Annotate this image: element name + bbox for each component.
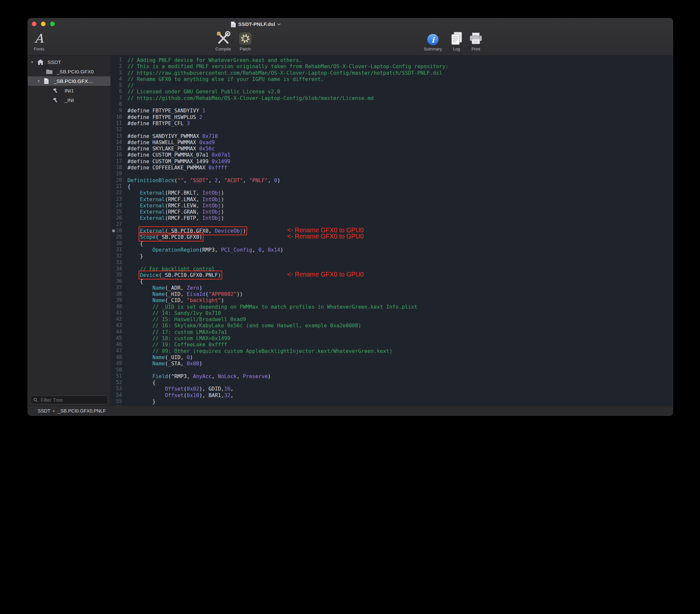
pages-icon — [450, 30, 463, 46]
line-number: 29 — [111, 234, 124, 240]
line-number: 54 — [111, 392, 124, 398]
code-line: // — [127, 82, 673, 88]
breadcrumb-path: _SB.PCI0.GFX0.PNLF — [58, 408, 106, 413]
file-tree: ▼ SSDT _SB.PCI0.GFX0 ▼ — [28, 56, 110, 105]
code-line: // Rename GFX0 to anything else if your … — [127, 76, 673, 82]
window-title: SSDT-PNLF.dsl — [238, 21, 275, 27]
code-line: External(RMCF.LMAX, IntObj) — [127, 196, 673, 202]
code-line: Offset(0x02), GDID,16, — [127, 386, 673, 392]
tree-item-label: SSDT — [48, 59, 61, 65]
line-number: 25 — [111, 209, 124, 215]
line-number: 52 — [111, 379, 124, 386]
chevron-down-icon[interactable] — [277, 23, 281, 26]
tree-item-ini[interactable]: _INI — [28, 95, 110, 105]
log-button[interactable]: Log — [448, 30, 465, 51]
line-number: 5 — [111, 82, 124, 88]
filter-tree-input[interactable] — [40, 397, 105, 403]
minimize-button[interactable] — [41, 22, 46, 26]
line-number: 53 — [111, 386, 124, 392]
breadcrumb-root: SSDT — [38, 408, 50, 413]
serif-a-icon: A — [35, 32, 43, 45]
disclosure-triangle-icon[interactable]: ▼ — [36, 79, 41, 83]
code-line: // 15: Haswell/Broadwell 0xad9 — [127, 316, 673, 322]
code-line: { — [127, 240, 673, 247]
code-line: DefinitionBlock("", "SSDT", 2, "ACDT", "… — [127, 177, 673, 184]
line-number: 42 — [111, 316, 124, 322]
tree-item-ini1[interactable]: INI1 — [28, 86, 110, 95]
code-line — [127, 367, 673, 373]
line-number: 8 — [111, 101, 124, 108]
tree-item-ssdt[interactable]: ▼ SSDT — [28, 57, 110, 67]
window-chrome: SSDT-PNLF.dsl A Fonts — [28, 18, 673, 56]
compile-label: Compile — [215, 47, 231, 51]
line-number: 35 — [111, 272, 124, 278]
line-number: 23 — [111, 196, 124, 202]
line-number: 43 — [111, 322, 124, 329]
tree-item-label: _SB.PCI0.GFX… — [54, 78, 93, 84]
red-annotation-text: <- Rename GFX0 to GPU0 — [287, 233, 364, 239]
tree-item-gfx0-folder[interactable]: _SB.PCI0.GFX0 — [28, 67, 110, 76]
code-line: { — [127, 379, 673, 386]
traffic-lights — [32, 22, 55, 26]
code-content: // Adding PNLF device for WhateverGreen.… — [125, 56, 673, 405]
code-line — [127, 405, 673, 405]
line-number: 22 — [111, 190, 124, 196]
code-line: External(RMCF.FBTP, IntObj) — [127, 215, 673, 221]
line-number: 12 — [111, 126, 124, 133]
close-button[interactable] — [32, 22, 36, 26]
line-number: 45 — [111, 335, 124, 341]
code-line: #define CUSTOM_PWMMAX_07a1 0x07a1 — [127, 152, 673, 158]
line-number: 7 — [111, 95, 124, 101]
line-number-gutter: 1234567891011121314151617181920212223242… — [111, 56, 125, 405]
code-line: #define FBTYPE_HSWPLUS 2 — [127, 114, 673, 120]
print-button[interactable]: Print — [467, 30, 484, 51]
code-line: #define SKYLAKE_PWMMAX 0x56c — [127, 146, 673, 152]
line-number: 20 — [111, 177, 124, 184]
line-number: 3 — [111, 70, 124, 76]
line-number: 34 — [111, 266, 124, 272]
filter-tree-field[interactable] — [30, 396, 108, 404]
search-icon — [34, 398, 38, 402]
tree-item-label: _SB.PCI0.GFX0 — [57, 69, 94, 75]
code-line — [127, 101, 673, 108]
code-line — [127, 171, 673, 177]
breadcrumb-separator: ▸ — [53, 408, 55, 413]
tree-item-label: INI1 — [65, 88, 74, 94]
code-line: // For backlight control — [127, 266, 673, 272]
document-proxy-icon[interactable] — [231, 21, 236, 27]
tree-item-gfx0-pnlf[interactable]: ▼ _SB.PCI0.GFX… — [28, 76, 110, 86]
line-number: 46 — [111, 341, 124, 348]
summary-button[interactable]: i Summary — [420, 30, 446, 51]
code-line: #define SANDYIVY_PWMMAX 0x710 — [127, 133, 673, 139]
gear-square-icon — [239, 30, 252, 46]
zoom-button[interactable] — [50, 22, 55, 26]
fonts-button[interactable]: A Fonts — [29, 30, 49, 51]
line-number: 50 — [111, 367, 124, 373]
titlebar-title-group: SSDT-PNLF.dsl — [231, 21, 281, 28]
compile-button[interactable]: Compile — [211, 30, 235, 51]
code-line: Field(^RMP3, AnyAcc, NoLock, Preserve) — [127, 373, 673, 379]
code-line: // https://github.com/RehabMan/OS-X-Clov… — [127, 95, 673, 101]
patch-button[interactable]: Patch — [235, 30, 255, 51]
red-highlight-box: Device(_SB.PCI0.GFX0.PNLF) — [140, 272, 221, 278]
code-line: Name(_STA, 0x0B) — [127, 360, 673, 367]
red-highlight-box: External(_SB.PCI0.GFX0, DeviceObj) — [140, 228, 246, 234]
line-number: 16 — [111, 152, 124, 158]
line-number: 11 — [111, 120, 124, 126]
gutter-marker-dot — [112, 229, 115, 232]
toolbar: A Fonts Compile — [28, 30, 673, 55]
red-annotation-text: <- Rename GFX0 to GPU0 — [287, 271, 364, 277]
method-icon — [53, 88, 58, 93]
line-number: 14 — [111, 139, 124, 146]
code-line: OperationRegion(RMP3, PCI_Config, 0, 0x1… — [127, 247, 673, 253]
code-line: // 16: Skylake/KabyLake 0x56c (and some … — [127, 322, 673, 329]
line-number: 33 — [111, 260, 124, 266]
code-line: #define FBTYPE_SANDYIVY 1 — [127, 108, 673, 114]
code-editor[interactable]: 1234567891011121314151617181920212223242… — [111, 56, 673, 405]
line-number: 41 — [111, 310, 124, 316]
summary-label: Summary — [424, 47, 442, 51]
status-bar: SSDT ▸ _SB.PCI0.GFX0.PNLF — [28, 405, 673, 415]
disclosure-triangle-icon[interactable]: ▼ — [30, 60, 34, 64]
app-window: SSDT-PNLF.dsl A Fonts — [27, 18, 673, 416]
line-number: 9 — [111, 108, 124, 114]
